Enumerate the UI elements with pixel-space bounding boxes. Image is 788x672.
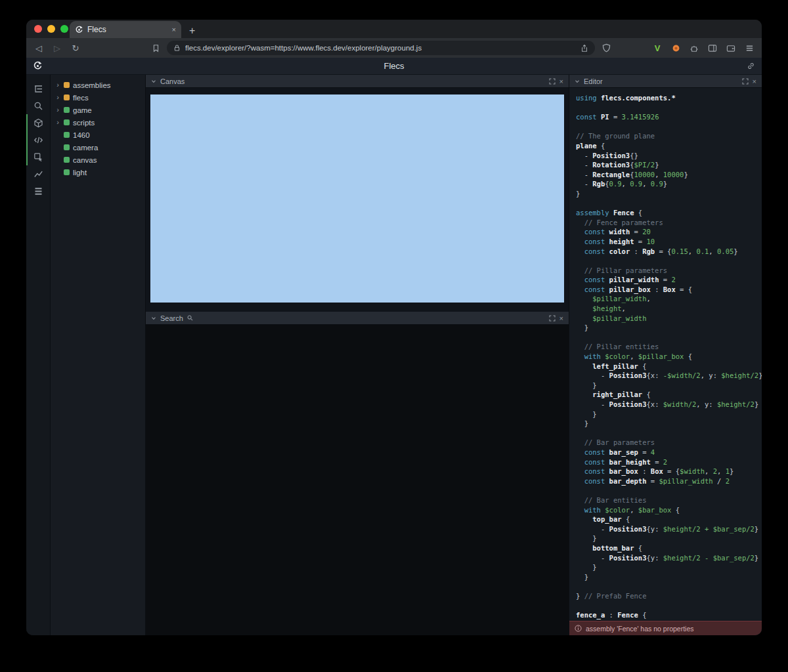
tree-item-assemblies[interactable]: ›assemblies [51,79,145,91]
code-line: const color : Rgb = {0.15, 0.1, 0.05} [576,247,762,257]
entity-color-square [64,157,70,163]
close-panel-icon[interactable]: × [559,314,563,322]
minimize-window-button[interactable] [47,25,55,33]
menu-icon[interactable] [742,44,756,52]
code-line: with $color, $bar_box { [576,505,762,515]
code-line: } [576,189,762,199]
v-extension-icon[interactable]: V [650,43,665,53]
tree-item-canvas[interactable]: canvas [51,154,145,166]
window-controls [34,20,68,38]
reload-button[interactable]: ↻ [68,43,83,53]
tree-item-label: camera [73,144,98,152]
code-line [576,333,762,343]
code-editor-content: using flecs.components.*const PI = 3.141… [576,93,762,620]
code-line: // Pillar entities [576,342,762,352]
page-title: Flecs [26,61,762,71]
center-column: Canvas × Search [146,75,569,635]
search-panel-title: Search [160,314,183,322]
sidebar-toggle-icon[interactable] [705,44,720,52]
zoom-window-button[interactable] [60,25,68,33]
code-editor[interactable]: using flecs.components.*const PI = 3.141… [569,88,762,621]
code-line: } [576,410,762,419]
code-line [576,581,762,591]
code-line [576,199,762,209]
close-panel-icon[interactable]: × [753,77,756,85]
code-line: } [576,572,762,582]
entity-tree: ›assemblies›flecs›game›scripts1460camera… [50,75,146,635]
queries-rows-icon[interactable] [26,182,50,200]
chevron-down-icon[interactable] [151,79,156,84]
back-button[interactable]: ◁ [32,43,46,53]
tree-item-1460[interactable]: 1460 [51,129,145,141]
expand-panel-icon[interactable] [742,78,749,85]
tree-item-label: canvas [73,156,97,164]
new-tab-button[interactable]: + [189,26,195,36]
entity-color-square [64,107,70,113]
entity-color-square [64,132,70,138]
search-icon[interactable] [26,97,50,114]
code-line [576,486,762,495]
search-panel-body[interactable] [146,325,569,635]
code-line: $pillar_width [576,314,762,324]
code-line: top_bar { [576,514,762,524]
extensions-puzzle-icon[interactable] [687,44,701,52]
code-line [576,600,762,610]
lock-icon [173,44,181,52]
share-icon[interactable] [580,44,588,52]
tree-icon[interactable] [26,80,50,97]
tree-item-label: light [73,169,87,177]
chevron-down-icon[interactable] [151,316,156,321]
code-line: - Position3{} [576,151,762,161]
entities-cube-icon[interactable] [26,114,50,131]
chevron-down-icon[interactable] [575,79,580,84]
url-text[interactable]: flecs.dev/explorer/?wasm=https://www.fle… [185,44,576,52]
app-content: ›assemblies›flecs›game›scripts1460camera… [26,75,762,635]
expand-panel-icon[interactable] [549,315,556,322]
left-icon-sidebar [26,75,50,635]
tree-item-flecs[interactable]: ›flecs [51,91,145,104]
forward-button[interactable]: ▷ [50,43,64,53]
editor-status-bar: assembly 'Fence' has no properties [569,621,762,635]
tree-item-scripts[interactable]: ›scripts [51,116,145,129]
stats-chart-icon[interactable] [26,165,50,182]
code-line: fence_a : Fence { [576,610,762,620]
expand-panel-icon[interactable] [549,78,556,85]
expand-arrow-icon[interactable]: › [55,81,60,89]
tree-item-game[interactable]: ›game [51,104,145,116]
address-bar[interactable]: flecs.dev/explorer/?wasm=https://www.fle… [167,41,595,55]
code-line: - Rectangle{10000, 10000} [576,170,762,180]
link-icon[interactable] [747,62,755,70]
code-line [576,103,762,113]
bookmark-icon[interactable] [148,44,163,52]
browser-tab[interactable]: Flecs × [70,21,181,38]
canvas-panel-header: Canvas × [146,75,569,88]
tab-close-icon[interactable]: × [172,26,176,33]
code-icon[interactable] [26,131,50,148]
orange-extension-icon[interactable] [668,44,683,52]
brave-shield-icon[interactable] [599,43,613,52]
code-line: // Pillar parameters [576,266,762,276]
wallet-icon[interactable] [724,44,738,52]
tree-item-light[interactable]: light [51,166,145,178]
code-line: } // Prefab Fence [576,591,762,601]
code-line: using flecs.components.* [576,93,762,103]
browser-toolbar: ◁ ▷ ↻ flecs.dev/explorer/?wasm=https://w… [26,38,762,58]
code-line: - Position3{x: $width/2, y: $height/2} [576,400,762,410]
entity-color-square [64,144,70,150]
canvas-viewport[interactable] [150,94,564,303]
code-line: bottom_bar { [576,543,762,553]
inspect-icon[interactable] [26,148,50,165]
editor-panel-title: Editor [584,77,603,85]
code-line: const bar_box : Box = {$width, 2, 1} [576,467,762,476]
tab-strip: Flecs × + [26,20,762,38]
code-line: right_pillar { [576,390,762,400]
expand-arrow-icon[interactable]: › [55,94,60,101]
close-window-button[interactable] [34,25,42,33]
search-small-icon [187,315,193,321]
close-panel-icon[interactable]: × [559,77,563,85]
tree-item-camera[interactable]: camera [51,141,145,154]
expand-arrow-icon[interactable]: › [55,106,60,114]
tree-item-label: game [73,106,92,114]
code-line: - Rotation3{$PI/2} [576,160,762,170]
expand-arrow-icon[interactable]: › [55,119,60,126]
